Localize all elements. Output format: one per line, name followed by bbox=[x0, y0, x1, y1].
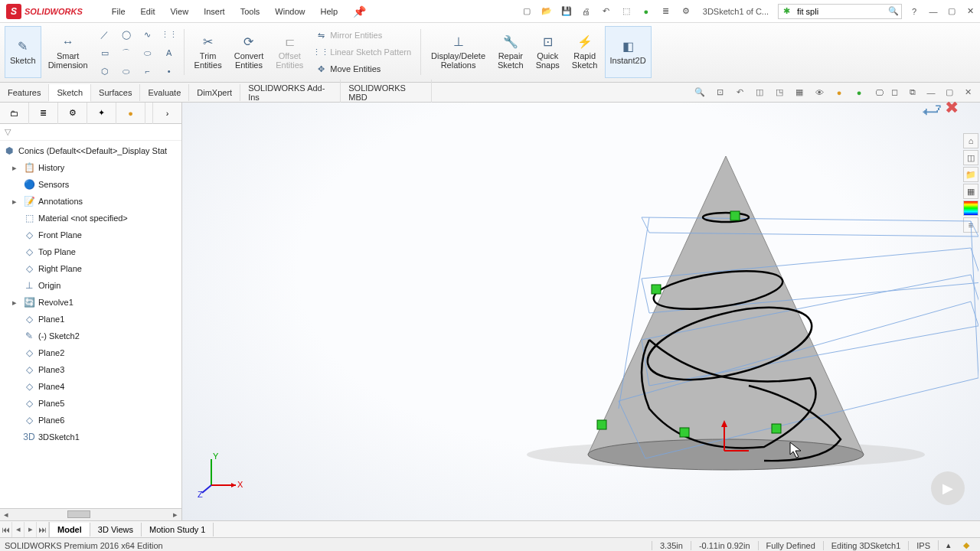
search-input[interactable] bbox=[794, 7, 886, 16]
bottom-tab-motion[interactable]: Motion Study 1 bbox=[142, 523, 214, 536]
polygon-tool-icon[interactable]: ⬡ bbox=[95, 63, 115, 80]
tree-item[interactable]: ◇Plane1 bbox=[0, 311, 181, 328]
arc-tool-icon[interactable]: ⌒ bbox=[116, 44, 136, 61]
rapid-sketch-button[interactable]: ⚡ Rapid Sketch bbox=[567, 26, 603, 78]
confirm-corner-cancel-icon[interactable]: ✖ bbox=[945, 98, 959, 122]
scroll-left-icon[interactable]: ◂ bbox=[0, 509, 12, 520]
tree-item[interactable]: ◇Front Plane bbox=[0, 227, 181, 243]
slot-tool-icon[interactable]: ⬭ bbox=[116, 63, 136, 80]
menu-window[interactable]: Window bbox=[267, 7, 312, 16]
sketch-button[interactable]: ✎ Sketch bbox=[5, 26, 41, 78]
nav-prev-icon[interactable]: ◂ bbox=[12, 522, 24, 537]
zoom-area-icon[interactable]: ⊡ bbox=[712, 85, 727, 100]
fm-tab-design-tree[interactable]: 🗀 bbox=[0, 103, 29, 124]
ellipse-tool-icon[interactable]: ⬭ bbox=[138, 44, 158, 61]
tree-item[interactable]: ◇Plane2 bbox=[0, 344, 181, 361]
minimize-icon[interactable]: — bbox=[926, 5, 940, 18]
viewport-link-icon[interactable]: ⧉ bbox=[905, 85, 920, 100]
status-units-dropdown-icon[interactable]: ▴ bbox=[938, 540, 959, 550]
bottom-tab-model[interactable]: Model bbox=[50, 523, 90, 536]
play-button[interactable]: ▶ bbox=[931, 471, 965, 505]
trim-button[interactable]: ✂ Trim Entities bbox=[189, 26, 227, 78]
open-icon[interactable]: 📂 bbox=[539, 4, 554, 19]
tree-item[interactable]: ⬚Material <not specified> bbox=[0, 210, 181, 227]
move-button[interactable]: ✥Move Entities bbox=[312, 61, 414, 77]
pattern-button[interactable]: ⋮⋮Linear Sketch Pattern bbox=[312, 44, 414, 60]
close-icon[interactable]: ✕ bbox=[963, 5, 977, 18]
instant2d-button[interactable]: ◧ Instant2D bbox=[605, 26, 652, 78]
search-icon[interactable]: 🔍 bbox=[886, 6, 901, 16]
help-icon[interactable]: ? bbox=[906, 4, 922, 19]
tab-features[interactable]: Features bbox=[0, 84, 49, 101]
pin-icon[interactable]: 📌 bbox=[353, 5, 366, 18]
new-icon[interactable]: ▢ bbox=[519, 4, 534, 19]
tab-addins[interactable]: SOLIDWORKS Add-Ins bbox=[240, 80, 341, 106]
tab-surfaces[interactable]: Surfaces bbox=[91, 84, 140, 101]
view-settings-icon[interactable]: 🖵 bbox=[871, 85, 887, 100]
tree-item[interactable]: 3D3DSketch1 bbox=[0, 429, 181, 445]
tree-item[interactable]: ▸📋History bbox=[0, 159, 181, 176]
undo-icon[interactable]: ↶ bbox=[599, 4, 614, 19]
dotted-tool-icon[interactable]: ⋮⋮ bbox=[159, 26, 179, 43]
hide-show-icon[interactable]: 👁 bbox=[812, 85, 827, 100]
view-orient-icon[interactable]: ◳ bbox=[772, 85, 787, 100]
offset-button[interactable]: ⊏ Offset Entities bbox=[270, 26, 309, 78]
appearance-icon[interactable]: ● bbox=[831, 85, 847, 100]
menu-help[interactable]: Help bbox=[312, 7, 345, 16]
tree-item[interactable]: ⊥Origin bbox=[0, 277, 181, 294]
line-tool-icon[interactable]: ／ bbox=[95, 26, 115, 43]
viewport-close-icon[interactable]: ✕ bbox=[960, 85, 975, 100]
nav-last-icon[interactable]: ⏭ bbox=[37, 522, 49, 537]
tree-item[interactable]: ◇Top Plane bbox=[0, 243, 181, 260]
rect-tool-icon[interactable]: ▭ bbox=[95, 44, 115, 61]
status-units[interactable]: IPS bbox=[908, 541, 938, 550]
circle-tool-icon[interactable]: ◯ bbox=[116, 26, 136, 43]
tree-hscroll[interactable]: ◂ ▸ bbox=[0, 508, 181, 520]
display-style-icon[interactable]: ▦ bbox=[792, 85, 807, 100]
scene-icon[interactable]: ● bbox=[851, 85, 867, 100]
repair-button[interactable]: 🔧 Repair Sketch bbox=[492, 26, 529, 78]
menu-view[interactable]: View bbox=[162, 7, 196, 16]
menu-file[interactable]: File bbox=[104, 7, 133, 16]
bottom-tab-3dviews[interactable]: 3D Views bbox=[90, 523, 142, 536]
menu-edit[interactable]: Edit bbox=[133, 7, 163, 16]
menu-insert[interactable]: Insert bbox=[196, 7, 233, 16]
fm-tab-more[interactable]: › bbox=[152, 103, 181, 124]
settings-icon[interactable]: ⚙ bbox=[678, 4, 694, 19]
status-warning-icon[interactable]: ◆ bbox=[963, 540, 975, 550]
prev-view-icon[interactable]: ↶ bbox=[732, 85, 747, 100]
confirm-corner-ok-icon[interactable]: ⮐ bbox=[922, 98, 942, 122]
fm-tab-dim[interactable]: ✦ bbox=[87, 103, 116, 124]
mirror-button[interactable]: ⇋Mirror Entities bbox=[312, 28, 414, 43]
menu-tools[interactable]: Tools bbox=[233, 7, 268, 16]
options-icon[interactable]: ≣ bbox=[658, 4, 674, 19]
text-tool-icon[interactable]: A bbox=[159, 44, 179, 61]
quick-snaps-button[interactable]: ⊡ Quick Snaps bbox=[531, 26, 565, 78]
tree-item[interactable]: ◇Right Plane bbox=[0, 260, 181, 277]
smart-dimension-button[interactable]: ↔ Smart Dimension bbox=[43, 26, 93, 78]
search-box[interactable]: ✱ 🔍 bbox=[778, 4, 902, 19]
tree-item[interactable]: ▸📝Annotations bbox=[0, 193, 181, 210]
point-tool-icon[interactable]: • bbox=[159, 63, 179, 80]
tree-item[interactable]: ▸🔄Revolve1 bbox=[0, 294, 181, 311]
expand-icon[interactable]: ▸ bbox=[12, 163, 20, 173]
expand-icon[interactable]: ▸ bbox=[12, 298, 20, 308]
tab-dimxpert[interactable]: DimXpert bbox=[189, 84, 240, 101]
viewport-single-icon[interactable]: ◻ bbox=[887, 85, 902, 100]
home-view-icon[interactable]: ⌂ bbox=[963, 133, 978, 148]
fm-tab-property[interactable]: ≣ bbox=[29, 103, 58, 124]
print-icon[interactable]: 🖨 bbox=[579, 4, 594, 19]
filter-icon[interactable]: ▽ bbox=[5, 127, 11, 137]
tree-item[interactable]: ◇Plane3 bbox=[0, 361, 181, 378]
fillet-tool-icon[interactable]: ⌐ bbox=[138, 63, 158, 80]
fm-tab-config[interactable]: ⚙ bbox=[58, 103, 87, 124]
graphics-viewport[interactable]: ⮐ ✖ ⌂ ◫ 📁 ▦ ≡ bbox=[182, 103, 980, 520]
tree-item[interactable]: 🔵Sensors bbox=[0, 176, 181, 193]
section-view-icon[interactable]: ◫ bbox=[752, 85, 767, 100]
zoom-fit-icon[interactable]: 🔍 bbox=[692, 85, 707, 100]
convert-button[interactable]: ⟳ Convert Entities bbox=[229, 26, 270, 78]
nav-next-icon[interactable]: ▸ bbox=[24, 522, 37, 537]
spline-tool-icon[interactable]: ∿ bbox=[138, 26, 158, 43]
tree-root[interactable]: ⬢ Conics (Default<<Default>_Display Stat bbox=[0, 142, 181, 159]
tree-item[interactable]: ✎(-) Sketch2 bbox=[0, 328, 181, 344]
